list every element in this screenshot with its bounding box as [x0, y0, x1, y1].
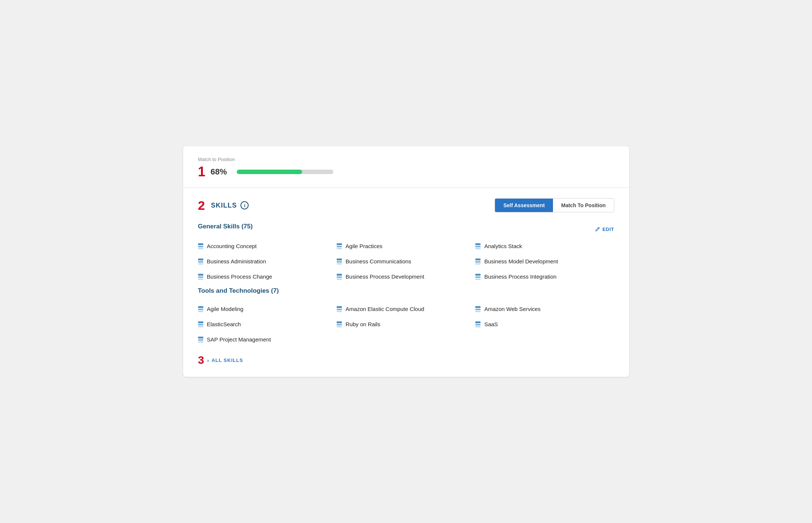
general-skills-grid: Accounting Concept Agile Practices: [198, 238, 614, 284]
skills-title: SKILLS: [211, 202, 237, 209]
main-card: Match to Position 1 68% 2 SKILLS i Self …: [183, 146, 629, 377]
progress-bar-background: [237, 170, 333, 174]
step-1-number: 1: [198, 165, 206, 179]
skill-item: Agile Practices: [337, 238, 475, 254]
match-to-position-tab[interactable]: Match To Position: [553, 199, 614, 212]
info-icon[interactable]: i: [240, 201, 249, 209]
view-toggle-group: Self Assessment Match To Position: [495, 198, 614, 212]
general-skills-edit-button[interactable]: EDIT: [595, 227, 614, 232]
skill-item: SaaS: [475, 317, 614, 332]
tools-technologies-category: Tools and Technologies (7) Agile Modelin…: [198, 287, 614, 347]
skill-item: SAP Project Management: [198, 332, 337, 347]
step-2-number: 2: [198, 199, 205, 212]
skill-bars-icon: [198, 337, 203, 343]
general-skills-title: General Skills (75): [198, 223, 253, 230]
skills-header: 2 SKILLS i Self Assessment Match To Posi…: [198, 198, 614, 212]
skill-item: Business Model Development: [475, 254, 614, 269]
skill-bars-icon: [475, 306, 481, 312]
skill-bars-icon: [337, 259, 342, 264]
skill-bars-icon: [198, 306, 203, 312]
skill-item: Agile Modeling: [198, 301, 337, 317]
match-section: Match to Position 1 68%: [183, 146, 629, 188]
skill-item: Business Process Change: [198, 269, 337, 284]
skill-bars-icon: [198, 321, 203, 327]
tools-skills-grid: Agile Modeling Amazon Elastic Compute Cl…: [198, 301, 614, 347]
skill-bars-icon: [475, 321, 481, 327]
skill-item: Ruby on Rails: [337, 317, 475, 332]
skill-bars-icon: [198, 259, 203, 264]
skill-item: Analytics Stack: [475, 238, 614, 254]
self-assessment-tab[interactable]: Self Assessment: [495, 199, 553, 212]
skill-bars-icon: [198, 274, 203, 280]
skill-item: Accounting Concept: [198, 238, 337, 254]
all-skills-link[interactable]: › ALL SKILLS: [207, 357, 243, 363]
skill-item: Amazon Web Services: [475, 301, 614, 317]
skills-title-group: 2 SKILLS i: [198, 199, 249, 212]
progress-bar-fill: [237, 170, 303, 174]
skill-bars-icon: [337, 243, 342, 249]
general-skills-header-row: General Skills (75) EDIT: [198, 221, 614, 237]
skill-bars-icon: [475, 274, 481, 280]
match-label: Match to Position: [198, 157, 614, 162]
general-skills-category: General Skills (75) EDIT: [198, 221, 614, 284]
skill-item: Amazon Elastic Compute Cloud: [337, 301, 475, 317]
skill-bars-icon: [337, 306, 342, 312]
match-row: 1 68%: [198, 165, 614, 179]
step-3-number: 3: [198, 354, 204, 366]
all-skills-row: 3 › ALL SKILLS: [198, 354, 614, 366]
skill-item: ElasticSearch: [198, 317, 337, 332]
skills-section: 2 SKILLS i Self Assessment Match To Posi…: [183, 188, 629, 377]
skill-bars-icon: [337, 321, 342, 327]
skill-bars-icon: [337, 274, 342, 280]
tools-technologies-title: Tools and Technologies (7): [198, 287, 614, 295]
skill-bars-icon: [475, 243, 481, 249]
skill-bars-icon: [198, 243, 203, 249]
edit-pencil-icon: [595, 227, 600, 232]
match-percent: 68%: [211, 167, 232, 177]
skill-item: Business Process Development: [337, 269, 475, 284]
skill-item: Business Process Integration: [475, 269, 614, 284]
skill-bars-icon: [475, 259, 481, 264]
chevron-right-icon: ›: [207, 357, 209, 363]
skill-item: Business Administration: [198, 254, 337, 269]
skill-item: Business Communications: [337, 254, 475, 269]
